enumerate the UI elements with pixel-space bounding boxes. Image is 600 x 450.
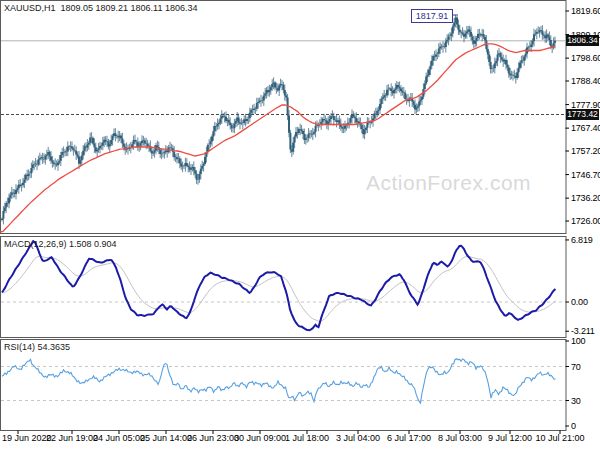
candle-bodies bbox=[2, 18, 555, 220]
price-axis-label: 1798.60 bbox=[571, 53, 600, 63]
candle-wicks bbox=[2, 15, 555, 225]
time-axis-label: 30 Jun 09:00 bbox=[234, 433, 286, 443]
rsi-axis-label: 100 bbox=[571, 336, 585, 346]
time-axis-label: 22 Jun 19:00 bbox=[46, 433, 98, 443]
reference-price-badge: 1773.42 bbox=[566, 109, 599, 120]
chart-canvas bbox=[0, 0, 600, 450]
price-axis-label: 1757.20 bbox=[571, 146, 600, 156]
price-axis-label: 1746.70 bbox=[571, 170, 600, 180]
rsi-header: RSI(14) 54.3635 bbox=[4, 342, 70, 352]
macd-axis-label: 6.819 bbox=[571, 235, 593, 245]
time-axis-label: 19 Jun 2020 bbox=[2, 433, 52, 443]
rsi-axis-label: 30 bbox=[571, 396, 581, 406]
panel-border-2 bbox=[1, 340, 567, 431]
rsi-line bbox=[2, 359, 556, 404]
symbol-ohlc-header: XAUUSD,H1 1809.05 1809.21 1806.11 1806.3… bbox=[4, 3, 197, 13]
time-axis-label: 3 Jul 04:00 bbox=[336, 433, 380, 443]
price-axis-label: 1736.20 bbox=[571, 193, 600, 203]
time-axis-label: 10 Jul 21:00 bbox=[535, 433, 584, 443]
macd-header: MACD(12,26,9) 1.508 0.904 bbox=[4, 239, 117, 249]
time-axis-label: 1 Jul 18:00 bbox=[285, 433, 329, 443]
price-axis-label: 1767.40 bbox=[571, 123, 600, 133]
macd-line bbox=[2, 241, 556, 330]
price-axis-label: 1819.60 bbox=[571, 6, 600, 16]
time-axis-label: 26 Jun 23:00 bbox=[187, 433, 239, 443]
time-axis-label: 24 Jun 05:00 bbox=[93, 433, 145, 443]
time-axis-label: 25 Jun 14:00 bbox=[140, 433, 192, 443]
mt4-chart: ActionForex.com XAUUSD,H1 1809.05 1809.2… bbox=[0, 0, 600, 450]
price-axis-label: 1777.90 bbox=[571, 100, 600, 110]
price-axis-label: 1726.00 bbox=[571, 216, 600, 226]
macd-axis-label: -3.211 bbox=[571, 326, 595, 336]
price-axis-label: 1809.10 bbox=[571, 30, 600, 40]
time-axis-label: 8 Jul 03:00 bbox=[438, 433, 482, 443]
price-axis-label: 1788.40 bbox=[571, 76, 600, 86]
panel-border-1 bbox=[1, 237, 567, 338]
ema-line bbox=[0, 44, 555, 232]
time-axis-label: 6 Jul 17:00 bbox=[387, 433, 431, 443]
macd-axis-label: 0.00 bbox=[571, 297, 588, 307]
time-axis-label: 9 Jul 12:00 bbox=[488, 433, 532, 443]
rsi-axis-label: 0 bbox=[571, 421, 576, 431]
high-price-callout: 1817.91 bbox=[411, 9, 453, 23]
rsi-axis-label: 70 bbox=[571, 362, 581, 372]
